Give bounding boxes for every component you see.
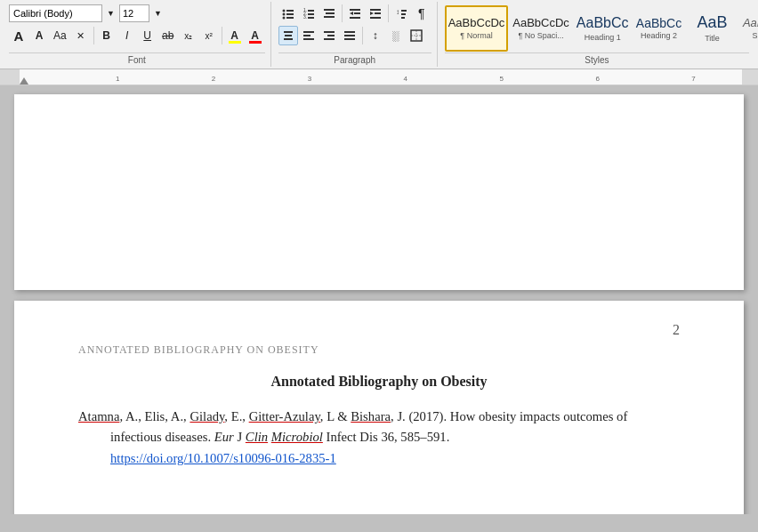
svg-rect-24 — [401, 10, 407, 12]
strikethrough-button[interactable]: ab — [158, 26, 178, 45]
clear-formatting-button[interactable]: ✕ — [71, 26, 91, 45]
ref-journal-microbiol: Microbiol — [271, 430, 323, 444]
svg-rect-17 — [354, 12, 360, 14]
style-h2-preview: AaBbCc — [636, 16, 681, 31]
style-nospace-preview: AaBbCcDc — [512, 16, 569, 30]
svg-text:3.: 3. — [303, 14, 307, 20]
font-color-button[interactable]: A — [246, 26, 265, 45]
numbering-button[interactable]: 1.2.3. — [299, 4, 319, 23]
style-nospace-label: ¶ No Spaci... — [518, 31, 563, 40]
ref-author-gitter: Gitter-Azulay — [249, 409, 320, 423]
ruler: 1 2 3 4 5 6 7 — [0, 69, 758, 85]
style-title[interactable]: AaB Title — [687, 5, 738, 52]
justify-icon — [343, 29, 356, 42]
align-center-button[interactable] — [278, 26, 298, 45]
svg-rect-27 — [284, 31, 293, 33]
ref-author-bishara: Bishara — [351, 409, 391, 423]
increase-indent-icon — [369, 7, 382, 20]
shading-button[interactable]: ░ — [386, 26, 406, 45]
svg-rect-32 — [303, 38, 314, 40]
numbering-icon: 1.2.3. — [302, 7, 315, 20]
svg-rect-25 — [401, 13, 406, 15]
font-color-bar — [249, 41, 262, 44]
align-right-button[interactable] — [319, 26, 339, 45]
ruler-tick-4: 4 — [404, 75, 407, 83]
font-shrink-button[interactable]: A — [29, 26, 49, 45]
toolbar: ▼ ▼ A A Aa ✕ B I U ab x₂ x² A A — [0, 0, 758, 69]
svg-rect-22 — [370, 17, 381, 19]
multilevel-icon — [323, 7, 335, 20]
svg-rect-14 — [324, 16, 335, 18]
line-spacing-button[interactable]: ↕ — [366, 26, 385, 45]
align-left-button[interactable] — [299, 26, 319, 45]
style-no-spacing[interactable]: AaBbCcDc ¶ No Spaci... — [510, 5, 572, 52]
multilevel-list-button[interactable] — [319, 4, 339, 23]
superscript-button[interactable]: x² — [199, 26, 219, 45]
svg-rect-29 — [284, 38, 293, 40]
doi-link[interactable]: https://doi.org/10.1007/s10096-016-2835-… — [110, 451, 336, 465]
bold-button[interactable]: B — [97, 26, 117, 45]
page-2: ANNOTATED BIBLIOGRAPHY ON OBESITY 2 Anno… — [14, 301, 744, 514]
sep5 — [362, 27, 363, 44]
svg-point-4 — [282, 17, 285, 20]
underline-button[interactable]: U — [138, 26, 157, 45]
justify-button[interactable] — [340, 26, 359, 45]
ruler-tick-2: 2 — [212, 75, 215, 83]
increase-indent-button[interactable] — [366, 4, 385, 23]
text-highlight-button[interactable]: A — [225, 26, 245, 45]
svg-rect-13 — [326, 12, 335, 14]
font-name-dropdown-icon[interactable]: ▼ — [103, 4, 118, 23]
ruler-left-tab-marker[interactable] — [20, 76, 28, 85]
separator1 — [93, 27, 94, 44]
style-subtitle[interactable]: AaBbCc. Subtitle — [740, 5, 758, 52]
style-subtitle-label: Subtitle — [753, 31, 758, 40]
style-heading2[interactable]: AaBbCc Heading 2 — [633, 5, 685, 52]
borders-button[interactable] — [407, 26, 426, 45]
change-case-button[interactable]: Aa — [50, 26, 70, 45]
subscript-button[interactable]: x₂ — [179, 26, 198, 45]
svg-rect-11 — [308, 17, 314, 19]
italic-button[interactable]: I — [117, 26, 137, 45]
styles-section: AaBbCcDc ¶ Normal AaBbCcDc ¶ No Spaci...… — [439, 2, 754, 67]
ruler-white-area[interactable]: 1 2 3 4 5 6 7 — [20, 69, 758, 85]
font-section-label: Font — [9, 52, 265, 65]
svg-text:↕: ↕ — [396, 8, 399, 16]
svg-rect-36 — [344, 31, 355, 33]
highlight-color-bar — [229, 41, 241, 44]
align-center-icon — [282, 29, 294, 42]
bullets-button[interactable] — [278, 4, 298, 23]
style-normal[interactable]: AaBbCcDc ¶ Normal — [445, 5, 509, 52]
svg-rect-37 — [344, 35, 355, 36]
paragraph-section-label: Paragraph — [278, 52, 431, 65]
font-size-input[interactable] — [119, 4, 149, 22]
style-normal-preview: AaBbCcDc — [448, 16, 505, 30]
ruler-right-margin — [742, 69, 758, 85]
font-grow-button[interactable]: A — [9, 26, 28, 45]
font-color-a-label: A — [251, 29, 259, 42]
ruler-tick-6: 6 — [595, 75, 599, 83]
sort-button[interactable]: ↕ — [391, 4, 411, 23]
svg-rect-33 — [324, 31, 335, 33]
document-area[interactable]: ANNOTATED BIBLIOGRAPHY ON OBESITY 2 Anno… — [0, 85, 758, 514]
decrease-indent-button[interactable] — [345, 4, 365, 23]
ref-journal-eur: Eur — [214, 430, 234, 444]
svg-point-2 — [282, 13, 285, 16]
separator2 — [222, 27, 222, 44]
page-number: 2 — [673, 322, 680, 338]
show-formatting-button[interactable]: ¶ — [412, 4, 431, 23]
align-left-icon — [302, 29, 315, 42]
ruler-tick-5: 5 — [500, 75, 504, 83]
font-section: ▼ ▼ A A Aa ✕ B I U ab x₂ x² A A — [4, 2, 271, 67]
ruler-inner: 1 2 3 4 5 6 7 — [0, 69, 758, 85]
svg-rect-35 — [324, 38, 335, 40]
document-title: Annotated Bibliography on Obesity — [78, 371, 680, 392]
style-heading1[interactable]: AaBbCc Heading 1 — [574, 5, 632, 52]
align-right-icon — [323, 29, 335, 42]
style-h2-label: Heading 2 — [641, 31, 677, 40]
font-name-input[interactable] — [9, 4, 102, 22]
svg-point-0 — [282, 10, 285, 12]
style-title-preview: AaB — [698, 13, 728, 33]
svg-rect-28 — [285, 35, 292, 36]
svg-rect-21 — [375, 12, 381, 14]
font-size-dropdown-icon[interactable]: ▼ — [150, 4, 165, 23]
